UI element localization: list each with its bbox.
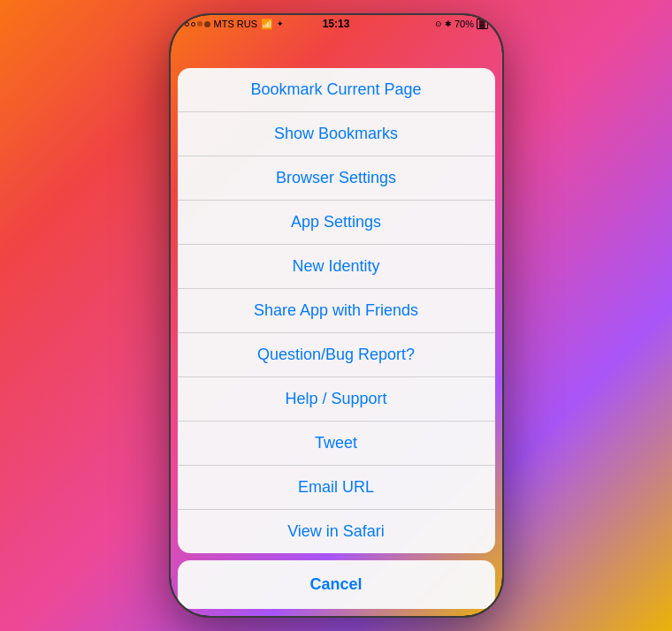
- menu-item-label-view-safari: View in Safari: [287, 522, 385, 541]
- signal-strength-icon: ✦: [277, 19, 284, 28]
- bluetooth-icon: ✱: [445, 19, 452, 28]
- menu-item-label-bookmark-current: Bookmark Current Page: [250, 80, 421, 99]
- menu-item-show-bookmarks[interactable]: Show Bookmarks: [178, 112, 495, 156]
- menu-item-label-browser-settings: Browser Settings: [276, 169, 396, 187]
- menu-item-bug-report[interactable]: Question/Bug Report?: [178, 333, 495, 377]
- menu-item-label-email-url: Email URL: [298, 478, 374, 497]
- menu-item-share-app[interactable]: Share App with Friends: [178, 289, 495, 333]
- menu-item-view-safari[interactable]: View in Safari: [178, 510, 495, 553]
- menu-item-app-settings[interactable]: App Settings: [178, 201, 495, 245]
- menu-item-label-bug-report: Question/Bug Report?: [257, 346, 415, 364]
- battery-label: 70%: [454, 19, 474, 29]
- status-time: 15:13: [323, 18, 350, 30]
- carrier-label: MTS RUS: [214, 19, 258, 29]
- menu-item-label-tweet: Tweet: [315, 434, 357, 452]
- menu-item-help-support[interactable]: Help / Support: [178, 377, 495, 422]
- menu-item-label-new-identity: New Identity: [292, 257, 379, 276]
- menu-item-label-show-bookmarks: Show Bookmarks: [274, 125, 398, 143]
- phone-outer: MTS RUS 📶 ✦ 15:13 ⊙ ✱ 70% ▓ Bookmark Cur…: [171, 15, 502, 616]
- signal-icon: [185, 21, 210, 27]
- status-left: MTS RUS 📶 ✦: [185, 19, 285, 30]
- menu-item-new-identity[interactable]: New Identity: [178, 245, 495, 289]
- wifi-icon: 📶: [261, 19, 273, 30]
- location-icon: ⊙: [435, 19, 442, 28]
- menu-item-label-help-support: Help / Support: [285, 390, 386, 408]
- menu-item-browser-settings[interactable]: Browser Settings: [178, 156, 495, 201]
- menu-item-email-url[interactable]: Email URL: [178, 466, 495, 510]
- phone-screen: MTS RUS 📶 ✦ 15:13 ⊙ ✱ 70% ▓ Bookmark Cur…: [171, 15, 502, 616]
- cancel-item[interactable]: Cancel: [178, 560, 495, 609]
- status-right: ⊙ ✱ 70% ▓: [435, 19, 488, 29]
- cancel-sheet[interactable]: Cancel: [178, 560, 495, 609]
- action-sheet: Bookmark Current PageShow BookmarksBrows…: [178, 68, 495, 553]
- status-bar: MTS RUS 📶 ✦ 15:13 ⊙ ✱ 70% ▓: [171, 15, 502, 33]
- battery-icon: ▓: [477, 19, 488, 29]
- menu-item-bookmark-current[interactable]: Bookmark Current Page: [178, 68, 495, 112]
- menu-item-label-app-settings: App Settings: [291, 213, 381, 232]
- menu-item-label-share-app: Share App with Friends: [254, 301, 418, 320]
- cancel-label: Cancel: [309, 575, 362, 594]
- menu-item-tweet[interactable]: Tweet: [178, 422, 495, 466]
- action-sheet-wrapper: Bookmark Current PageShow BookmarksBrows…: [171, 33, 502, 616]
